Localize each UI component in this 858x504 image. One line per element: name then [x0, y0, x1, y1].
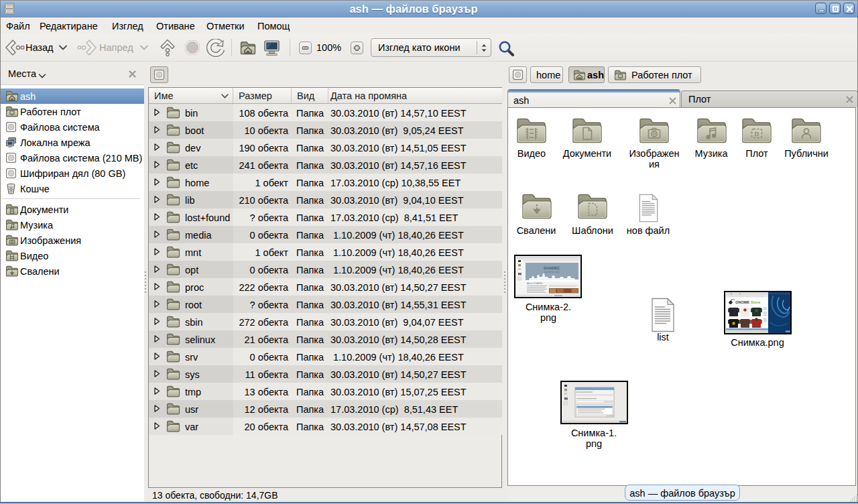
svg-text:July 24-30th, 2010: July 24-30th, 2010	[544, 271, 559, 273]
svg-text:GUADEC: GUADEC	[544, 266, 560, 270]
svg-text:About GUADEC: About GUADEC	[527, 282, 544, 285]
svg-text:D: D	[755, 131, 759, 137]
svg-text:Store: Store	[751, 300, 760, 304]
svg-text:GNOME: GNOME	[735, 300, 749, 304]
